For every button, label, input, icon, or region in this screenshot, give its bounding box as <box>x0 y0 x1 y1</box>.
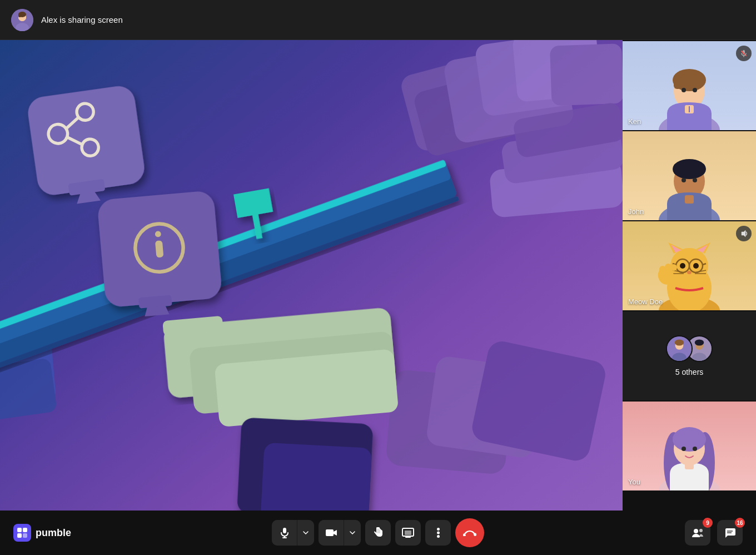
svg-rect-34 <box>155 240 164 257</box>
camera-button[interactable] <box>319 520 344 546</box>
svg-point-90 <box>675 340 684 346</box>
svg-rect-102 <box>685 463 694 469</box>
others-count-label: 5 others <box>675 368 704 376</box>
pumble-logo-icon <box>13 524 31 542</box>
end-call-button[interactable] <box>455 518 484 547</box>
top-bar: Alex is sharing screen <box>0 0 756 40</box>
camera-button-group <box>319 520 361 546</box>
svg-rect-58 <box>674 163 680 175</box>
svg-rect-104 <box>23 528 27 532</box>
main-content: Ken <box>0 40 756 511</box>
john-avatar <box>623 131 756 220</box>
mic-button-group <box>272 520 314 546</box>
others-avatar-1 <box>666 335 693 362</box>
you-name: You <box>628 478 640 486</box>
svg-point-49 <box>682 88 686 92</box>
chat-button[interactable]: 16 <box>717 520 743 546</box>
mic-button[interactable] <box>272 520 297 546</box>
svg-point-61 <box>693 178 697 182</box>
participants-button[interactable]: 9 <box>685 520 710 546</box>
svg-rect-5 <box>18 13 21 17</box>
svg-point-94 <box>695 340 704 346</box>
john-name: John <box>628 207 644 216</box>
svg-point-77 <box>687 271 692 274</box>
svg-point-76 <box>693 263 699 269</box>
pumble-logo-text: pumble <box>36 527 71 539</box>
svg-point-118 <box>437 528 440 531</box>
svg-point-124 <box>699 529 703 532</box>
mic-dropdown-button[interactable] <box>297 520 314 546</box>
svg-rect-17 <box>0 358 57 420</box>
participants-sidebar: Ken <box>623 40 756 511</box>
more-options-button[interactable] <box>425 520 451 546</box>
participants-badge: 9 <box>703 518 713 528</box>
participant-tile-others: 5 others <box>623 311 756 400</box>
ken-mute-badge <box>736 46 752 61</box>
meow-speaker-badge <box>736 226 752 241</box>
toolbar-center-controls <box>272 518 484 547</box>
svg-rect-12 <box>550 43 623 106</box>
svg-rect-48 <box>674 76 682 89</box>
svg-rect-105 <box>17 533 22 538</box>
svg-rect-59 <box>698 163 705 175</box>
screen-share-area <box>0 40 623 511</box>
you-avatar <box>623 402 756 490</box>
svg-marker-86 <box>742 230 745 237</box>
svg-rect-107 <box>283 528 286 533</box>
screen-share-button[interactable] <box>395 520 421 546</box>
svg-point-50 <box>693 88 697 92</box>
alex-avatar <box>11 9 33 31</box>
svg-point-123 <box>694 529 698 533</box>
chat-badge: 16 <box>735 518 745 528</box>
participant-tile-ken: Ken <box>623 41 756 130</box>
svg-point-101 <box>693 447 697 451</box>
svg-point-75 <box>680 263 685 269</box>
screen-share-button-group <box>395 520 421 546</box>
svg-point-119 <box>437 532 440 534</box>
toolbar-right-controls: 9 16 <box>685 520 743 546</box>
bottom-toolbar: pumble <box>0 511 756 555</box>
svg-point-60 <box>682 178 686 182</box>
sharing-label: Alex is sharing screen <box>41 15 123 24</box>
svg-rect-62 <box>685 195 694 204</box>
meow-name: Meow Doe <box>628 298 663 306</box>
svg-point-100 <box>682 447 686 451</box>
svg-rect-117 <box>405 531 411 535</box>
svg-rect-41 <box>260 443 372 511</box>
ken-name: Ken <box>628 117 641 126</box>
svg-rect-106 <box>23 533 27 538</box>
svg-rect-103 <box>17 528 22 532</box>
svg-point-120 <box>437 535 440 538</box>
camera-dropdown-button[interactable] <box>344 520 361 546</box>
more-options-button-group <box>425 520 451 546</box>
participant-tile-john: John <box>623 131 756 220</box>
participant-tile-meow: Meow Doe <box>623 221 756 310</box>
raise-hand-button[interactable] <box>365 520 391 546</box>
svg-rect-110 <box>326 529 334 536</box>
svg-point-85 <box>670 264 677 271</box>
logo-area: pumble <box>13 524 71 542</box>
raise-hand-button-group <box>365 520 391 546</box>
screen-canvas <box>0 40 623 511</box>
participant-tile-you: You <box>623 402 756 490</box>
